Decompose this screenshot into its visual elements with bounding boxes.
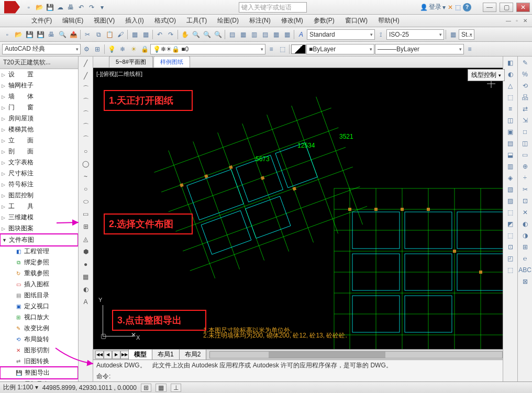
extra-tool-10[interactable]: ÷ [520, 173, 530, 183]
mdi-close-icon[interactable]: ✕ [522, 17, 529, 25]
exchange-icon[interactable]: ✕ [448, 4, 453, 11]
design-icon[interactable]: ▦ [238, 29, 248, 40]
prop-icon[interactable]: ▤ [227, 29, 237, 40]
modify-tool-11[interactable]: ▧ [505, 184, 516, 195]
calc-icon[interactable]: ▦ [282, 29, 292, 40]
draw-tool-0[interactable]: ╱ [80, 58, 92, 69]
qat-save-icon[interactable]: 💾 [45, 3, 54, 12]
scale-display[interactable]: 比例 1:100 ▾ [3, 383, 38, 392]
pan-icon[interactable]: ✋ [180, 29, 190, 40]
extra-tool-16[interactable]: ⊞ [520, 242, 530, 252]
draw-tool-1[interactable]: ╱ [80, 70, 92, 82]
status-toggle[interactable]: ⊥ [171, 384, 181, 392]
tree-sub-item[interactable]: ⧉绑定参照 [0, 257, 78, 268]
doc-tab[interactable]: 5~8#平面图 [109, 56, 153, 68]
modify-tool-10[interactable]: ◈ [505, 173, 516, 183]
cloud-icon[interactable]: ⬚ [455, 4, 461, 11]
draw-tool-16[interactable]: ● [80, 259, 92, 270]
tree-group[interactable]: ▷门 窗 [0, 102, 78, 113]
extra-tool-3[interactable]: 品 [520, 92, 530, 103]
menu-item[interactable]: 参数(P) [308, 15, 340, 27]
tree-sub-item[interactable]: ▭插入图框 [0, 279, 78, 290]
dim-style-dropdown[interactable]: ISO-25 [386, 29, 444, 40]
modify-tool-18[interactable]: ⬚ [505, 265, 516, 275]
tree-sub-item[interactable]: ✎改变比例 [0, 323, 78, 334]
menu-item[interactable]: 修改(M) [276, 15, 308, 27]
extra-tool-12[interactable]: ⊡ [520, 196, 530, 206]
menu-item[interactable]: 绘图(D) [212, 15, 244, 27]
maximize-button[interactable]: ▢ [500, 3, 513, 12]
tree-group[interactable]: ▷房间屋顶 [0, 113, 78, 124]
help-search-input[interactable]: 键入关键字或短语 [239, 2, 307, 13]
copy-icon[interactable]: ⧉ [93, 29, 104, 40]
layout-tab[interactable]: 布局1 [152, 349, 180, 360]
tree-group[interactable]: ▷立 面 [0, 135, 78, 146]
publish-icon[interactable]: 📤 [68, 29, 79, 40]
modify-tool-8[interactable]: ⬓ [505, 150, 516, 160]
viewport-control-button[interactable]: 线型控制▾ [468, 69, 505, 81]
mdi-restore-icon[interactable]: ▫ [513, 17, 520, 25]
layer-dropdown[interactable]: 💡❄☀🔒 ■ 0 [150, 44, 265, 54]
help-icon[interactable]: ? [463, 3, 471, 12]
draw-tool-7[interactable]: ○ [80, 145, 92, 157]
menu-item[interactable]: 工具(T) [181, 15, 212, 27]
sheet-icon[interactable]: ▤ [260, 29, 270, 40]
tree-sub-item[interactable]: 💾整图导出 [0, 366, 78, 379]
extra-tool-18[interactable]: ABC [520, 265, 530, 275]
zoom-icon[interactable]: 🔍 [191, 29, 201, 40]
plot-icon[interactable]: 🖶 [46, 29, 57, 40]
model-viewport[interactable]: [-][俯视][二维线框] [93, 68, 503, 349]
tree-group[interactable]: ▷尺寸标注 [0, 168, 78, 179]
markup-icon[interactable]: ▦ [271, 29, 281, 40]
menu-item[interactable]: 编辑(E) [57, 15, 88, 27]
modify-tool-0[interactable]: ◧ [505, 58, 516, 68]
tree-group[interactable]: ▷设 置 [0, 69, 78, 80]
menu-item[interactable]: 文件(F) [26, 15, 57, 27]
extra-tool-7[interactable]: ◫ [520, 138, 530, 149]
extra-dropdown[interactable]: St... [459, 29, 474, 40]
extra-tool-1[interactable]: % [520, 69, 530, 80]
draw-tool-8[interactable]: ◯ [80, 158, 92, 170]
extra-tool-6[interactable]: □ [520, 127, 530, 137]
tree-sub-item[interactable]: ⇄旧图转换 [0, 356, 78, 367]
draw-tool-15[interactable]: ⬢ [80, 246, 92, 257]
modify-tool-2[interactable]: △ [505, 81, 516, 91]
draw-tool-19[interactable]: A [80, 296, 92, 308]
draw-tool-11[interactable]: ⬭ [80, 196, 92, 207]
qat-more-icon[interactable]: ▾ [97, 3, 107, 12]
tab-last-icon[interactable]: ▶▶ [120, 351, 129, 359]
menu-item[interactable]: 帮助(H) [373, 15, 405, 27]
layer-lock-icon[interactable]: ☀ [128, 44, 139, 54]
draw-tool-5[interactable]: ⌒ [80, 120, 92, 132]
ws-settings-icon[interactable]: ⚙ [81, 44, 92, 54]
color-swatch[interactable] [291, 44, 306, 54]
layer-on-icon[interactable]: 💡 [106, 44, 117, 54]
modify-tool-17[interactable]: ◰ [505, 253, 516, 264]
extra-tool-15[interactable]: ◑ [520, 230, 530, 241]
tree-sub-item[interactable]: ▣定义视口 [0, 301, 78, 312]
dimstyle-icon[interactable]: ⟟ [375, 29, 386, 40]
modify-tool-14[interactable]: ◩ [505, 219, 516, 229]
match-icon[interactable]: 🖌 [115, 29, 126, 40]
paste-icon[interactable]: 📋 [104, 29, 115, 40]
qat-undo-icon[interactable]: ↶ [76, 3, 86, 12]
extra-tool-13[interactable]: ✕ [520, 207, 530, 218]
tab-next-icon[interactable]: ▶ [112, 351, 120, 359]
draw-tool-10[interactable]: ○ [80, 183, 92, 195]
draw-tool-18[interactable]: ◐ [80, 284, 92, 295]
block2-icon[interactable]: ▦ [140, 29, 151, 40]
modify-tool-16[interactable]: ⊡ [505, 242, 516, 252]
mdi-minimize-icon[interactable]: — [505, 17, 512, 25]
workspace-dropdown[interactable]: AutoCAD 经典 [2, 44, 81, 54]
draw-tool-12[interactable]: ▭ [80, 208, 92, 220]
tree-sub-item[interactable]: ⊞视口放大 [0, 312, 78, 323]
tool-pal-icon[interactable]: ▥ [249, 29, 259, 40]
modify-tool-5[interactable]: ◫ [505, 115, 516, 126]
save-icon[interactable]: 💾 [24, 29, 35, 40]
modify-tool-3[interactable]: ⬚ [505, 92, 516, 103]
zoom-win-icon[interactable]: 🔍 [202, 29, 212, 40]
extra-tool-9[interactable]: ⊕ [520, 161, 530, 172]
tree-group[interactable]: ▷三维建模 [0, 212, 78, 223]
tree-sub-item[interactable]: ▤图纸目录 [0, 290, 78, 301]
login-button[interactable]: 👤 登录 ▾ [420, 3, 446, 12]
